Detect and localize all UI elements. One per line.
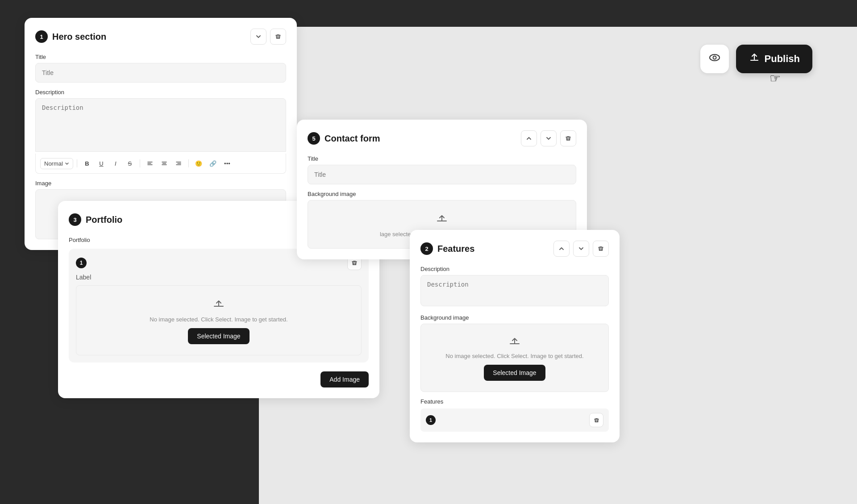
hero-title-label: Title xyxy=(35,54,286,60)
contact-title-label: Title xyxy=(308,155,576,162)
add-image-button[interactable]: Add Image xyxy=(320,371,369,387)
publish-label: Publish xyxy=(765,53,800,65)
features-bg-image-label: Background image xyxy=(420,314,609,321)
svg-point-0 xyxy=(710,54,720,61)
publish-area: Publish ☞ xyxy=(700,45,812,73)
contact-delete-button[interactable] xyxy=(560,130,576,146)
contact-panel-controls xyxy=(521,130,576,146)
toolbar-divider-3 xyxy=(188,159,189,167)
portfolio-upload-text: No image selected. Click Select. Image t… xyxy=(150,316,287,323)
toolbar-divider-2 xyxy=(140,159,140,167)
contact-bg-image-label: Background image xyxy=(308,191,576,197)
portfolio-panel-number: 3 xyxy=(69,213,81,226)
portfolio-upload-icon xyxy=(212,296,226,312)
toolbar-link-button[interactable]: 🔗 xyxy=(207,157,219,170)
features-description-input[interactable] xyxy=(420,275,609,306)
portfolio-selected-image-button[interactable]: Selected Image xyxy=(188,328,249,344)
features-panel-header: 2 Features xyxy=(420,241,609,257)
contact-upload-icon xyxy=(435,211,449,227)
contact-panel-title: Contact form xyxy=(324,133,521,144)
features-description-label: Description xyxy=(420,266,609,272)
features-panel-title: Features xyxy=(437,244,553,254)
hero-panel-number: 1 xyxy=(35,30,48,43)
svg-point-1 xyxy=(713,56,716,59)
toolbar-bold-button[interactable]: B xyxy=(81,157,93,170)
toolbar-italic-button[interactable]: I xyxy=(109,157,122,170)
hero-description-input[interactable] xyxy=(35,98,286,152)
features-up-button[interactable] xyxy=(553,241,570,257)
preview-button[interactable] xyxy=(700,45,729,73)
eye-icon xyxy=(708,51,721,67)
features-down-button[interactable] xyxy=(573,241,589,257)
portfolio-item-1-image-upload[interactable]: No image selected. Click Select. Image t… xyxy=(76,285,362,355)
hero-title-input[interactable] xyxy=(35,63,286,83)
toolbar-divider-1 xyxy=(77,159,77,167)
publish-button[interactable]: Publish xyxy=(736,45,812,73)
features-selected-image-button[interactable]: Selected Image xyxy=(484,365,545,381)
features-panel: 2 Features Description Background image … xyxy=(410,230,620,442)
hero-panel-controls xyxy=(250,29,286,45)
toolbar-strikethrough-button[interactable]: S xyxy=(124,157,136,170)
portfolio-item-1-label: Label xyxy=(76,274,362,281)
features-panel-number: 2 xyxy=(420,242,433,255)
editor-toolbar: Normal B U I S 🙂 🔗 ••• xyxy=(35,154,286,174)
toolbar-underline-button[interactable]: U xyxy=(95,157,108,170)
hero-delete-button[interactable] xyxy=(270,29,286,45)
toolbar-align-center-button[interactable] xyxy=(158,157,171,170)
toolbar-normal-label: Normal xyxy=(44,160,63,167)
features-item-1-delete-button[interactable] xyxy=(589,413,603,427)
features-item-1-number: 1 xyxy=(426,415,436,425)
contact-up-button[interactable] xyxy=(521,130,537,146)
portfolio-item-1-number: 1 xyxy=(76,258,87,268)
features-panel-controls xyxy=(553,241,609,257)
hero-description-label: Description xyxy=(35,89,286,96)
features-upload-icon xyxy=(508,335,521,349)
hero-collapse-button[interactable] xyxy=(250,29,266,45)
hero-image-label: Image xyxy=(35,180,286,187)
features-upload-text: No image selected. Click Select. Image t… xyxy=(445,353,583,359)
portfolio-item-1: 1 Label No image selected. Click Select.… xyxy=(69,249,369,362)
hero-panel-header: 1 Hero section xyxy=(35,29,286,45)
toolbar-align-left-button[interactable] xyxy=(144,157,156,170)
toolbar-align-right-button[interactable] xyxy=(172,157,185,170)
toolbar-emoji-button[interactable]: 🙂 xyxy=(192,157,205,170)
contact-panel-header: 5 Contact form xyxy=(308,130,576,146)
toolbar-more-button[interactable]: ••• xyxy=(221,157,233,170)
contact-panel-number: 5 xyxy=(308,132,320,145)
contact-down-button[interactable] xyxy=(541,130,557,146)
cursor-icon: ☞ xyxy=(770,71,781,86)
features-bg-image-upload[interactable]: No image selected. Click Select. Image t… xyxy=(420,324,609,392)
features-label: Features xyxy=(420,398,609,405)
toolbar-normal-dropdown[interactable]: Normal xyxy=(40,158,73,169)
portfolio-panel-title: Portfolio xyxy=(86,215,313,225)
hero-panel-title: Hero section xyxy=(52,32,250,42)
contact-title-input[interactable] xyxy=(308,165,576,184)
publish-upload-icon xyxy=(749,52,760,66)
features-delete-button[interactable] xyxy=(593,241,609,257)
features-list-item-1: 1 xyxy=(420,408,609,432)
